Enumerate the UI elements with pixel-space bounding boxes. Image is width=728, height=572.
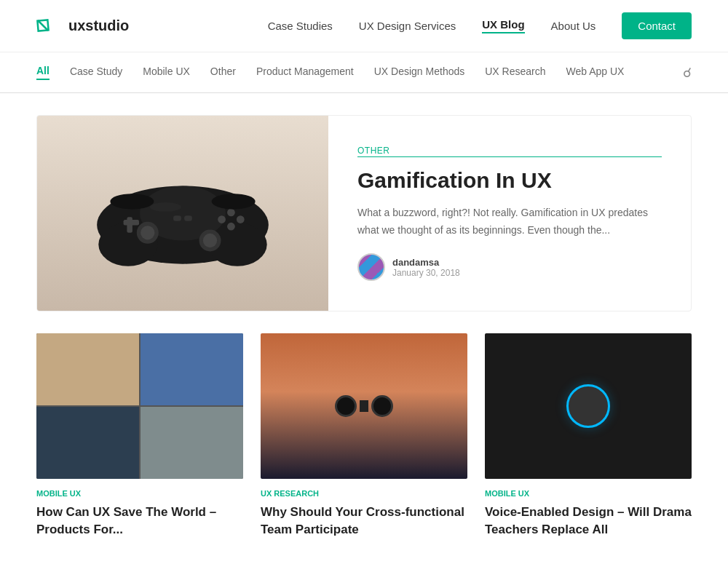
svg-point-13 <box>227 209 235 217</box>
nav-ux-services[interactable]: UX Design Services <box>359 20 456 32</box>
article-title-3: Voice-Enabled Design – Will Drama Teache… <box>485 504 692 539</box>
cat-product-management[interactable]: Product Management <box>256 65 354 79</box>
cat-mobile-ux[interactable]: Mobile UX <box>143 65 190 79</box>
featured-excerpt: What a buzzword, right?! Not really. Gam… <box>357 204 662 239</box>
svg-rect-11 <box>124 220 139 226</box>
article-image-1 <box>36 333 243 479</box>
article-tag-2: UX Research <box>261 489 467 498</box>
svg-line-1 <box>38 20 48 31</box>
svg-point-20 <box>150 202 181 212</box>
article-image-2 <box>261 333 467 479</box>
featured-image <box>37 116 328 311</box>
article-title-2: Why Should Your Cross-functional Team Pa… <box>261 504 467 539</box>
svg-point-9 <box>203 234 217 247</box>
cat-case-study[interactable]: Case Study <box>70 65 122 79</box>
cat-other[interactable]: Other <box>210 65 236 79</box>
article-title-1: How Can UX Save The World – Products For… <box>36 504 243 539</box>
svg-point-15 <box>227 223 235 231</box>
svg-point-12 <box>218 215 226 223</box>
svg-point-18 <box>110 194 154 209</box>
svg-point-14 <box>237 215 245 223</box>
author-name: dandamsa <box>392 257 460 268</box>
logo-link[interactable]: uxstudio <box>36 13 129 39</box>
featured-article[interactable]: Other Gamification In UX What a buzzword… <box>36 115 692 311</box>
article-image-3 <box>485 333 692 479</box>
author-row: dandamsa January 30, 2018 <box>357 253 662 281</box>
article-card-3[interactable]: Mobile UX Voice-Enabled Design – Will Dr… <box>485 333 692 539</box>
search-icon: ☌ <box>683 65 692 80</box>
contact-button[interactable]: Contact <box>622 12 692 39</box>
avatar <box>357 253 385 281</box>
featured-content: Other Gamification In UX What a buzzword… <box>328 116 691 311</box>
article-tag-3: Mobile UX <box>485 489 692 498</box>
category-nav: All Case Study Mobile UX Other Product M… <box>0 52 728 93</box>
author-info: dandamsa January 30, 2018 <box>392 257 460 278</box>
article-tag-1: Mobile UX <box>36 489 243 498</box>
svg-rect-17 <box>184 215 192 221</box>
search-button[interactable]: ☌ <box>683 65 692 81</box>
svg-point-19 <box>212 194 256 209</box>
featured-tag: Other <box>357 146 662 157</box>
main-nav: Case Studies UX Design Services UX Blog … <box>268 12 692 39</box>
nav-about-us[interactable]: About Us <box>551 20 596 32</box>
cat-ux-research[interactable]: UX Research <box>485 65 545 79</box>
svg-rect-16 <box>173 215 181 221</box>
article-card-1[interactable]: Mobile UX How Can UX Save The World – Pr… <box>36 333 243 539</box>
article-grid: Mobile UX How Can UX Save The World – Pr… <box>36 333 692 539</box>
cat-web-app-ux[interactable]: Web App UX <box>566 65 625 79</box>
binoculars-shape <box>335 395 393 417</box>
echo-device-icon <box>566 384 610 428</box>
nav-case-studies[interactable]: Case Studies <box>268 20 333 32</box>
logo-text: uxstudio <box>68 17 129 34</box>
site-header: uxstudio Case Studies UX Design Services… <box>0 0 728 52</box>
featured-title: Gamification In UX <box>357 166 662 194</box>
article-card-2[interactable]: UX Research Why Should Your Cross-functi… <box>261 333 467 539</box>
author-date: January 30, 2018 <box>392 268 460 278</box>
svg-point-7 <box>141 226 154 239</box>
logo-icon <box>36 13 63 39</box>
controller-illustration <box>74 148 292 279</box>
nav-ux-blog[interactable]: UX Blog <box>482 18 524 33</box>
cat-ux-design-methods[interactable]: UX Design Methods <box>374 65 465 79</box>
cat-all[interactable]: All <box>36 65 50 80</box>
